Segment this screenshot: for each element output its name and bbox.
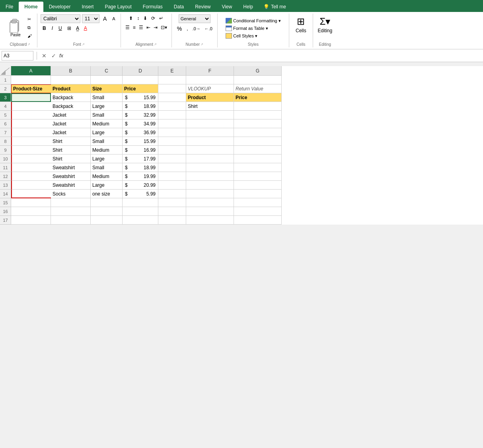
cell-C5[interactable]: Small: [91, 111, 123, 119]
decrease-font-button[interactable]: A: [110, 14, 117, 23]
format-painter-button[interactable]: 🖌: [25, 32, 34, 39]
cell-G2[interactable]: Return Value: [234, 84, 282, 93]
row-num-10[interactable]: 10: [0, 155, 11, 163]
cell-E2[interactable]: [158, 84, 186, 93]
cell-E11[interactable]: [158, 163, 186, 172]
alignment-expand-icon[interactable]: ↗: [154, 43, 157, 46]
percent-button[interactable]: %: [175, 25, 184, 33]
cell-D7[interactable]: $36.99: [123, 128, 158, 137]
cell-C14[interactable]: one size: [91, 190, 123, 198]
cell-F9[interactable]: [186, 146, 234, 155]
row-num-7[interactable]: 7: [0, 128, 11, 137]
cell-F12[interactable]: [186, 172, 234, 181]
cell-B7[interactable]: Jacket: [51, 128, 91, 137]
align-top-icon[interactable]: ⬆: [127, 14, 134, 22]
confirm-formula-button[interactable]: ✓: [50, 52, 58, 60]
align-center-icon[interactable]: ≡: [132, 24, 137, 31]
tab-page-layout[interactable]: Page Layout: [99, 2, 137, 12]
row-num-14[interactable]: 14: [0, 190, 11, 198]
cell-C3[interactable]: Small: [91, 93, 123, 102]
cell-A7[interactable]: [11, 128, 51, 137]
cell-C16[interactable]: [91, 207, 123, 216]
row-num-6[interactable]: 6: [0, 119, 11, 128]
cell-F6[interactable]: [186, 119, 234, 128]
row-num-17[interactable]: 17: [0, 216, 11, 225]
format-as-table-button[interactable]: Format as Table ▾: [224, 25, 282, 31]
cell-E7[interactable]: [158, 128, 186, 137]
cell-C6[interactable]: Medium: [91, 119, 123, 128]
cell-E17[interactable]: [158, 216, 186, 225]
cell-A10[interactable]: [11, 155, 51, 163]
cell-A17[interactable]: [11, 216, 51, 225]
underline-button[interactable]: U: [56, 24, 64, 33]
cell-B2[interactable]: Product: [51, 84, 91, 93]
cell-F15[interactable]: [186, 198, 234, 207]
tab-review[interactable]: Review: [189, 2, 216, 12]
name-box[interactable]: [2, 51, 33, 61]
tell-me-input[interactable]: 💡 Tell me: [259, 2, 291, 12]
cell-D1[interactable]: [123, 76, 158, 84]
row-num-4[interactable]: 4: [0, 102, 11, 111]
cell-F3[interactable]: Product: [186, 93, 234, 102]
border-icon[interactable]: ⊞: [66, 25, 73, 32]
cell-D2[interactable]: Price: [123, 84, 158, 93]
cell-B15[interactable]: [51, 198, 91, 207]
fill-color-icon[interactable]: A̲: [74, 25, 81, 32]
cell-A1[interactable]: [11, 76, 51, 84]
cell-B12[interactable]: Sweatshirt: [51, 172, 91, 181]
col-header-F[interactable]: F: [186, 66, 234, 76]
editing-label[interactable]: Editing: [318, 28, 333, 33]
cell-G14[interactable]: [234, 190, 282, 198]
tab-file[interactable]: File: [0, 2, 19, 12]
cell-B1[interactable]: [51, 76, 91, 84]
comma-button[interactable]: ,: [185, 25, 190, 32]
cell-B13[interactable]: Sweatshirt: [51, 181, 91, 190]
cell-B11[interactable]: Sweatshirt: [51, 163, 91, 172]
cell-D10[interactable]: $17.99: [123, 155, 158, 163]
cell-G4[interactable]: [234, 102, 282, 111]
cell-A9[interactable]: [11, 146, 51, 155]
cell-E8[interactable]: [158, 137, 186, 146]
font-expand-icon[interactable]: ↗: [82, 43, 85, 46]
cell-B5[interactable]: Jacket: [51, 111, 91, 119]
row-num-16[interactable]: 16: [0, 207, 11, 216]
italic-button[interactable]: I: [50, 24, 55, 33]
cell-G9[interactable]: [234, 146, 282, 155]
cell-B14[interactable]: Socks: [51, 190, 91, 198]
clipboard-expand-icon[interactable]: ↗: [27, 43, 30, 46]
number-format-select[interactable]: General: [179, 14, 210, 23]
cell-F14[interactable]: [186, 190, 234, 198]
tab-help[interactable]: Help: [238, 2, 259, 12]
cell-F8[interactable]: [186, 137, 234, 146]
cell-C2[interactable]: Size: [91, 84, 123, 93]
cell-E6[interactable]: [158, 119, 186, 128]
cell-A2[interactable]: Product-Size: [11, 84, 51, 93]
cell-G5[interactable]: [234, 111, 282, 119]
cell-C8[interactable]: Small: [91, 137, 123, 146]
cell-G12[interactable]: [234, 172, 282, 181]
cell-D4[interactable]: $ 18.99: [123, 102, 158, 111]
cell-F16[interactable]: [186, 207, 234, 216]
cell-F5[interactable]: [186, 111, 234, 119]
cell-styles-button[interactable]: Cell Styles ▾: [224, 33, 282, 39]
cell-E1[interactable]: [158, 76, 186, 84]
cell-D15[interactable]: [123, 198, 158, 207]
cell-C15[interactable]: [91, 198, 123, 207]
cell-A15[interactable]: [11, 198, 51, 207]
cell-F13[interactable]: [186, 181, 234, 190]
cell-A16[interactable]: [11, 207, 51, 216]
cell-E14[interactable]: [158, 190, 186, 198]
conditional-formatting-button[interactable]: Conditional Formatting ▾: [224, 18, 282, 24]
row-num-5[interactable]: 5: [0, 111, 11, 119]
cell-G16[interactable]: [234, 207, 282, 216]
cell-D12[interactable]: $19.99: [123, 172, 158, 181]
increase-font-button[interactable]: A: [101, 14, 109, 23]
merge-cells-icon[interactable]: ⊡▾: [160, 24, 168, 31]
cell-A5[interactable]: [11, 111, 51, 119]
cell-E13[interactable]: [158, 181, 186, 190]
cell-D8[interactable]: $15.99: [123, 137, 158, 146]
cell-F4[interactable]: Shirt: [186, 102, 234, 111]
cell-C13[interactable]: Large: [91, 181, 123, 190]
row-num-15[interactable]: 15: [0, 198, 11, 207]
tab-view[interactable]: View: [216, 2, 238, 12]
